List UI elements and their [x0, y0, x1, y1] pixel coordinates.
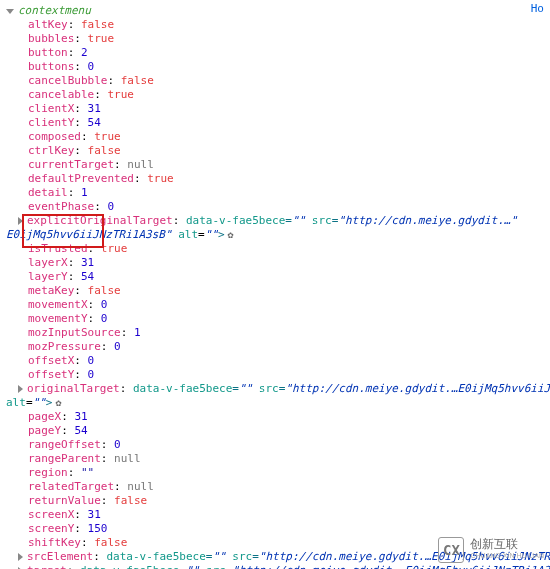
prop-row-clientY[interactable]: clientY: 54	[0, 116, 550, 130]
prop-row-bubbles[interactable]: bubbles: true	[0, 32, 550, 46]
expand-arrow-right-icon[interactable]	[18, 385, 23, 393]
prop-row-relatedTarget[interactable]: relatedTarget: null	[0, 480, 550, 494]
prop-row-eventPhase[interactable]: eventPhase: 0	[0, 200, 550, 214]
watermark: CX 创新互联 CHUANG XIN HU LIAN	[438, 537, 544, 563]
prop-row-currentTarget[interactable]: currentTarget: null	[0, 158, 550, 172]
prop-row-movementY[interactable]: movementY: 0	[0, 312, 550, 326]
prop-row-pageX[interactable]: pageX: 31	[0, 410, 550, 424]
expand-arrow-right-icon[interactable]	[18, 553, 23, 561]
watermark-logo: CX	[438, 537, 464, 563]
prop-row-ctrlKey[interactable]: ctrlKey: false	[0, 144, 550, 158]
watermark-line1: 创新互联	[470, 539, 544, 550]
gear-icon[interactable]: ✿	[228, 228, 234, 242]
prop-row-screenY[interactable]: screenY: 150	[0, 522, 550, 536]
event-name: contextmenu	[18, 4, 91, 17]
gear-icon[interactable]: ✿	[55, 396, 61, 410]
prop-row-mozInputSource[interactable]: mozInputSource: 1	[0, 326, 550, 340]
watermark-line2: CHUANG XIN HU LIAN	[470, 550, 544, 561]
prop-row-rangeOffset[interactable]: rangeOffset: 0	[0, 438, 550, 452]
prop-row-cancelable[interactable]: cancelable: true	[0, 88, 550, 102]
event-root[interactable]: contextmenu	[0, 4, 550, 18]
prop-row-button[interactable]: button: 2	[0, 46, 550, 60]
prop-row-altKey[interactable]: altKey: false	[0, 18, 550, 32]
prop-row-alt: alt="">✿	[0, 396, 550, 410]
prop-row-pageY[interactable]: pageY: 54	[0, 424, 550, 438]
prop-row-defaultPrevented[interactable]: defaultPrevented: true	[0, 172, 550, 186]
prop-row-detail[interactable]: detail: 1	[0, 186, 550, 200]
expand-arrow-down-icon[interactable]	[6, 9, 14, 14]
prop-row-screenX[interactable]: screenX: 31	[0, 508, 550, 522]
prop-row-explicitOriginalTarget[interactable]: explicitOriginalTarget: data-v-fae5bece=…	[0, 214, 550, 228]
prop-row-returnValue[interactable]: returnValue: false	[0, 494, 550, 508]
prop-row-clientX[interactable]: clientX: 31	[0, 102, 550, 116]
console-object-tree: contextmenu altKey: falsebubbles: truebu…	[0, 0, 550, 569]
expand-arrow-right-icon[interactable]	[18, 217, 23, 225]
prop-row-offsetX[interactable]: offsetX: 0	[0, 354, 550, 368]
prop-row-mozPressure[interactable]: mozPressure: 0	[0, 340, 550, 354]
prop-row-overflow: E0ijMq5hvv6iiJNzTRi1A3sB" alt="">✿	[0, 228, 550, 242]
prop-row-layerX[interactable]: layerX: 31	[0, 256, 550, 270]
prop-row-buttons[interactable]: buttons: 0	[0, 60, 550, 74]
prop-row-originalTarget[interactable]: originalTarget: data-v-fae5bece="" src="…	[0, 382, 550, 396]
prop-row-movementX[interactable]: movementX: 0	[0, 298, 550, 312]
prop-row-composed[interactable]: composed: true	[0, 130, 550, 144]
prop-row-offsetY[interactable]: offsetY: 0	[0, 368, 550, 382]
prop-row-region[interactable]: region: ""	[0, 466, 550, 480]
prop-row-target[interactable]: target: data-v-fae5bece="" src="http://c…	[0, 564, 550, 569]
prop-row-cancelBubble[interactable]: cancelBubble: false	[0, 74, 550, 88]
prop-row-metaKey[interactable]: metaKey: false	[0, 284, 550, 298]
prop-row-rangeParent[interactable]: rangeParent: null	[0, 452, 550, 466]
hover-link[interactable]: Ho	[531, 2, 544, 16]
prop-row-layerY[interactable]: layerY: 54	[0, 270, 550, 284]
prop-row-isTrusted[interactable]: isTrusted: true	[0, 242, 550, 256]
